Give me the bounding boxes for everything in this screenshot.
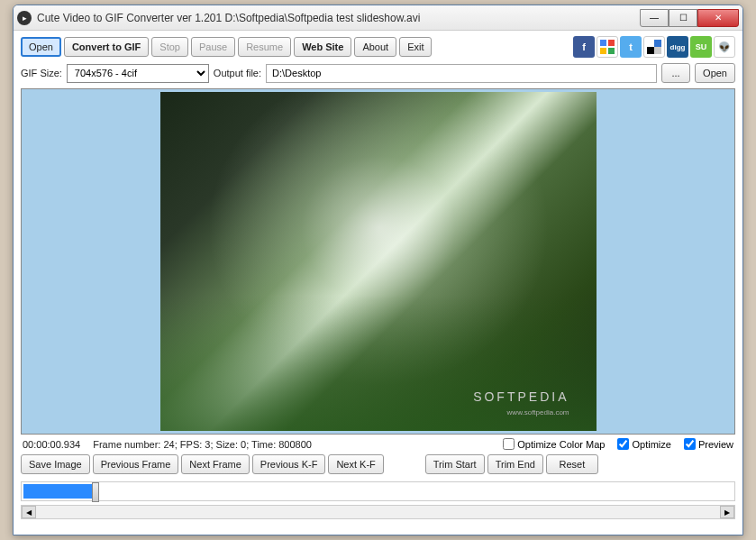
svg-rect-6 <box>647 47 654 54</box>
google-icon[interactable] <box>597 36 618 58</box>
scroll-right-icon[interactable]: ▶ <box>720 506 734 518</box>
seek-thumb[interactable] <box>92 482 99 502</box>
seek-fill <box>23 484 94 499</box>
window-title: Cute Video to GIF Converter ver 1.201 D:… <box>37 12 640 24</box>
output-input[interactable] <box>266 64 657 83</box>
main-toolbar: Open Convert to GIF Stop Pause Resume We… <box>21 36 735 58</box>
optimize-checkbox[interactable] <box>617 438 629 450</box>
time-label: 00:00:00.934 <box>23 439 80 450</box>
delicious-icon[interactable] <box>643 36 665 58</box>
digg-icon[interactable]: digg <box>667 36 688 58</box>
about-button[interactable]: About <box>354 37 396 57</box>
exit-button[interactable]: Exit <box>399 37 432 57</box>
watermark-sub: www.softpedia.com <box>507 408 569 416</box>
frame-info: Frame number: 24; FPS: 3; Size: 0; Time:… <box>93 439 312 450</box>
preview-area: SOFTPEDIA www.softpedia.com <box>21 88 735 435</box>
prev-kf-button[interactable]: Previous K-F <box>252 454 326 474</box>
browse-button[interactable]: ... <box>661 63 690 83</box>
website-button[interactable]: Web Site <box>294 37 351 57</box>
open-button[interactable]: Open <box>21 37 61 57</box>
optimize-colormap-checkbox[interactable] <box>503 438 515 450</box>
gifsize-select[interactable]: 704x576 - 4cif <box>67 64 209 83</box>
output-label: Output file: <box>214 68 261 78</box>
preview-checkbox[interactable] <box>684 438 696 450</box>
close-button[interactable]: ✕ <box>697 9 739 27</box>
frame-toolbar: Save Image Previous Frame Next Frame Pre… <box>21 454 735 474</box>
app-window: ▸ Cute Video to GIF Converter ver 1.201 … <box>13 5 743 535</box>
stop-button[interactable]: Stop <box>151 37 188 57</box>
titlebar[interactable]: ▸ Cute Video to GIF Converter ver 1.201 … <box>14 5 742 31</box>
svg-rect-7 <box>654 47 661 54</box>
svg-rect-5 <box>654 40 661 47</box>
settings-row: GIF Size: 704x576 - 4cif Output file: ..… <box>21 63 735 83</box>
minimize-button[interactable]: — <box>640 9 669 27</box>
video-frame: SOFTPEDIA www.softpedia.com <box>160 92 597 431</box>
resume-button[interactable]: Resume <box>238 37 291 57</box>
prev-frame-button[interactable]: Previous Frame <box>93 454 179 474</box>
facebook-icon[interactable]: f <box>573 36 595 58</box>
scroll-left-icon[interactable]: ◀ <box>22 506 36 518</box>
maximize-button[interactable]: ☐ <box>669 9 697 27</box>
svg-rect-4 <box>647 40 654 47</box>
svg-rect-3 <box>608 48 615 54</box>
open-output-button[interactable]: Open <box>695 63 735 83</box>
app-icon: ▸ <box>17 11 32 25</box>
next-kf-button[interactable]: Next K-F <box>328 454 383 474</box>
trim-end-button[interactable]: Trim End <box>487 454 543 474</box>
convert-button[interactable]: Convert to GIF <box>64 37 149 57</box>
stumbleupon-icon[interactable]: SU <box>690 36 712 58</box>
social-buttons: f t digg SU 👽 <box>573 36 735 58</box>
preview-check[interactable]: Preview <box>684 438 733 450</box>
svg-rect-2 <box>600 48 606 54</box>
twitter-icon[interactable]: t <box>620 36 642 58</box>
status-row: 00:00:00.934 Frame number: 24; FPS: 3; S… <box>21 438 735 450</box>
optimize-check[interactable]: Optimize <box>617 438 670 450</box>
watermark: SOFTPEDIA <box>473 389 569 404</box>
svg-rect-1 <box>608 40 615 46</box>
pause-button[interactable]: Pause <box>191 37 235 57</box>
seek-bar[interactable] <box>21 481 735 501</box>
reset-button[interactable]: Reset <box>546 454 598 474</box>
gifsize-label: GIF Size: <box>21 68 62 78</box>
trim-start-button[interactable]: Trim Start <box>425 454 485 474</box>
next-frame-button[interactable]: Next Frame <box>181 454 249 474</box>
optimize-colormap-check[interactable]: Optimize Color Map <box>503 438 605 450</box>
horizontal-scrollbar[interactable]: ◀ ▶ <box>21 505 735 519</box>
save-image-button[interactable]: Save Image <box>21 454 90 474</box>
reddit-icon[interactable]: 👽 <box>714 36 735 58</box>
svg-rect-0 <box>600 40 606 46</box>
